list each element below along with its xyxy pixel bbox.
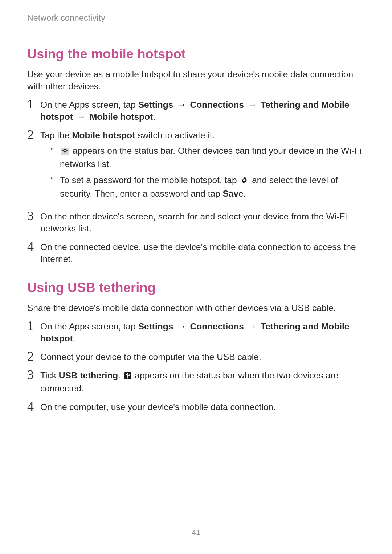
breadcrumb: Network connectivity bbox=[27, 13, 365, 23]
arrow-icon: → bbox=[173, 100, 190, 110]
step-number: 1 bbox=[27, 98, 40, 111]
path-connections: Connections bbox=[190, 100, 244, 110]
hotspot-steps: 1 On the Apps screen, tap Settings → Con… bbox=[27, 99, 365, 265]
svg-point-5 bbox=[127, 373, 128, 374]
step-number: 2 bbox=[27, 350, 40, 363]
arrow-icon: → bbox=[73, 112, 90, 122]
manual-page: Network connectivity Using the mobile ho… bbox=[0, 0, 392, 554]
sub-list: appears on the status bar. Other devices… bbox=[40, 145, 365, 199]
step-number: 1 bbox=[27, 319, 40, 332]
text: On the Apps screen, tap bbox=[40, 100, 138, 110]
text: . bbox=[118, 370, 123, 380]
arrow-icon: → bbox=[244, 321, 261, 331]
section-title-usb: Using USB tethering bbox=[27, 280, 365, 295]
path-connections: Connections bbox=[190, 321, 244, 331]
bold-save: Save bbox=[223, 189, 244, 198]
step-2: 2 Connect your device to the computer vi… bbox=[27, 351, 365, 363]
text: switch to activate it. bbox=[135, 130, 215, 140]
path-settings: Settings bbox=[138, 321, 173, 331]
path-mobile-hotspot: Mobile hotspot bbox=[90, 112, 153, 122]
step-body: Tick USB tethering. appe bbox=[40, 369, 365, 394]
step-3: 3 On the other device's screen, search f… bbox=[27, 210, 365, 234]
step-number: 3 bbox=[27, 368, 40, 381]
arrow-icon: → bbox=[244, 100, 261, 110]
text: Tick bbox=[40, 370, 59, 380]
step-number: 3 bbox=[27, 209, 40, 222]
text: appears on the status bar. Other devices… bbox=[60, 146, 362, 169]
step-4: 4 On the computer, use your device's mob… bbox=[27, 401, 365, 413]
bold-mobile-hotspot: Mobile hotspot bbox=[72, 130, 135, 140]
page-number: 41 bbox=[0, 528, 392, 537]
hotspot-status-icon bbox=[61, 146, 69, 158]
step-4: 4 On the connected device, use the devic… bbox=[27, 241, 365, 265]
step-body: On the Apps screen, tap Settings → Conne… bbox=[40, 320, 365, 344]
step-1: 1 On the Apps screen, tap Settings → Con… bbox=[27, 99, 365, 123]
svg-point-8 bbox=[127, 377, 128, 378]
usb-steps: 1 On the Apps screen, tap Settings → Con… bbox=[27, 320, 365, 413]
step-body: On the connected device, use the device'… bbox=[40, 241, 365, 265]
path-settings: Settings bbox=[138, 100, 173, 110]
section-intro-hotspot: Use your device as a mobile hotspot to s… bbox=[27, 68, 365, 92]
svg-point-2 bbox=[243, 180, 245, 182]
text: . bbox=[153, 112, 155, 122]
gear-icon bbox=[240, 175, 248, 187]
step-3: 3 Tick USB tethering. bbox=[27, 369, 365, 394]
step-number: 4 bbox=[27, 400, 40, 413]
section-title-hotspot: Using the mobile hotspot bbox=[27, 46, 365, 62]
step-body: Connect your device to the computer via … bbox=[40, 351, 365, 363]
step-body: On the Apps screen, tap Settings → Conne… bbox=[40, 99, 365, 123]
text: To set a password for the mobile hotspot… bbox=[60, 175, 239, 185]
step-number: 4 bbox=[27, 240, 40, 253]
step-1: 1 On the Apps screen, tap Settings → Con… bbox=[27, 320, 365, 344]
text: . bbox=[244, 189, 246, 198]
bold-usb-tethering: USB tethering bbox=[59, 370, 118, 380]
step-body: Tap the Mobile hotspot switch to activat… bbox=[40, 129, 365, 204]
step-2: 2 Tap the Mobile hotspot switch to activ… bbox=[27, 129, 365, 204]
step-body: On the computer, use your device's mobil… bbox=[40, 401, 365, 413]
step-number: 2 bbox=[27, 128, 40, 141]
step-body: On the other device's screen, search for… bbox=[40, 210, 365, 234]
svg-point-1 bbox=[64, 152, 65, 153]
arrow-icon: → bbox=[173, 321, 190, 331]
text: Tap the bbox=[40, 130, 72, 140]
text: . bbox=[73, 333, 75, 343]
header-rule bbox=[16, 4, 16, 21]
list-item: appears on the status bar. Other devices… bbox=[50, 145, 365, 170]
usb-status-icon bbox=[124, 370, 131, 382]
text: On the Apps screen, tap bbox=[40, 321, 138, 331]
section-intro-usb: Share the device's mobile data connectio… bbox=[27, 302, 365, 314]
list-item: To set a password for the mobile hotspot… bbox=[50, 174, 365, 199]
svg-point-6 bbox=[126, 374, 127, 375]
svg-rect-7 bbox=[129, 374, 130, 375]
